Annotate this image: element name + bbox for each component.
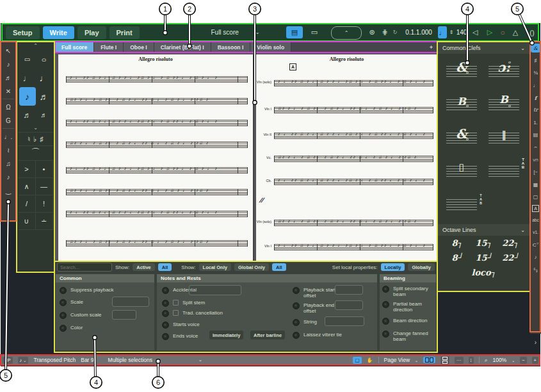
zoom-level[interactable]: 100% xyxy=(492,357,506,363)
toggle[interactable] xyxy=(60,287,67,294)
whole-note-button[interactable]: ○ xyxy=(36,53,52,67)
flat-button[interactable]: ♭ xyxy=(33,135,36,143)
sharp-button[interactable]: ♯ xyxy=(40,135,44,143)
delete-tool[interactable]: ✕ xyxy=(2,85,15,97)
lock-tool[interactable]: Ω xyxy=(2,101,15,113)
common-clefs-header[interactable]: Common Clefs ⌄ xyxy=(437,42,530,54)
sixteenth-note-button[interactable]: ♬ xyxy=(36,87,52,106)
toggle[interactable] xyxy=(382,301,389,308)
play-icon[interactable]: ▷ xyxy=(485,26,495,38)
mode-tab-print[interactable]: Print xyxy=(109,26,140,39)
scroll-down-icon[interactable]: ⌄ xyxy=(33,124,38,132)
toggle[interactable] xyxy=(382,331,389,338)
rhythm-dot-tool[interactable]: ♩. xyxy=(2,130,15,143)
grace-note-tool[interactable]: ♪ xyxy=(2,197,15,210)
collapse-toolbar-button[interactable]: ⌃ xyxy=(331,26,362,40)
show-active-chip[interactable]: Active xyxy=(133,263,155,271)
ottava-15ma-button[interactable]: 15┐ xyxy=(471,238,497,248)
lyrics-icon[interactable]: abc xyxy=(531,215,540,224)
zoom-in-button[interactable]: + xyxy=(532,357,538,364)
tempo-icon[interactable]: ♩ xyxy=(531,81,540,90)
vertical-spread-icon[interactable] xyxy=(440,356,449,364)
show-all-chip[interactable]: All xyxy=(158,263,172,271)
holds-icon[interactable]: ⌢ xyxy=(531,143,540,152)
staccato-tenuto-button[interactable]: ∸ xyxy=(36,213,53,230)
thirty-second-note-button[interactable]: ♬ xyxy=(19,106,36,124)
mode-tab-setup[interactable]: Setup xyxy=(6,26,40,39)
search-input[interactable] xyxy=(57,263,112,272)
playback-end-offset-input[interactable] xyxy=(335,300,363,310)
tab-bassoon-1[interactable]: Bassoon I xyxy=(211,42,251,53)
toggle[interactable] xyxy=(293,287,300,294)
tab-clarinet-1[interactable]: Clarinet (B Flat) I xyxy=(154,42,211,53)
eighth-note-button[interactable]: ♪ xyxy=(19,87,36,106)
unstress-button[interactable]: ∪ xyxy=(19,213,36,230)
toggle[interactable] xyxy=(60,299,67,306)
tuplet-tool[interactable]: ♫ xyxy=(2,157,15,170)
tab-oboe-1[interactable]: Oboe I xyxy=(124,42,154,53)
toggle[interactable] xyxy=(60,325,67,332)
ottava-8va-button[interactable]: 8┐ xyxy=(444,238,471,248)
clef-tool[interactable]: G xyxy=(2,114,15,127)
loop-small-icon[interactable]: ↻ xyxy=(391,26,400,38)
vertical-pages-icon[interactable]: ⁞ xyxy=(469,357,474,364)
ottava-22mb-button[interactable]: 22┘ xyxy=(497,253,524,263)
ottava-22ma-button[interactable]: 22┐ xyxy=(497,238,524,248)
toggle[interactable] xyxy=(162,322,169,329)
zoom-out-button[interactable]: − xyxy=(520,357,526,364)
tab-clef-button[interactable]: TAB xyxy=(483,155,525,188)
tenor-clef-button[interactable]: Bo xyxy=(483,88,525,122)
globally-chip[interactable]: Globally xyxy=(408,263,435,271)
quarter-note-button[interactable]: ♩ xyxy=(36,69,52,87)
score-page-left[interactable]: Allegro risoluto ♪ ♩ ♪♪ ♫ ♪ ♩ ♫ ♪ ♪ ♩ ♪♫… xyxy=(58,54,253,261)
treble-clef-8vb-button[interactable]: &o xyxy=(440,122,483,155)
keyboard-panel-icon[interactable]: ▤ xyxy=(286,26,303,38)
toggle[interactable] xyxy=(382,286,389,293)
after-barline-button[interactable]: After barline xyxy=(250,331,285,339)
toggle[interactable] xyxy=(293,302,300,309)
toggle[interactable] xyxy=(162,333,169,340)
scale-input[interactable] xyxy=(112,297,149,307)
mode-tab-write[interactable]: Write xyxy=(43,26,74,39)
local-only-chip[interactable]: Local Only xyxy=(199,263,231,271)
global-only-chip[interactable]: Global Only xyxy=(234,263,269,271)
metronome-icon[interactable]: △ xyxy=(510,26,521,38)
tenuto-button[interactable]: — xyxy=(36,178,53,195)
bars-icon[interactable]: ▤ xyxy=(531,131,540,140)
toggle[interactable] xyxy=(293,332,300,339)
zoom-icon[interactable]: ⌕ xyxy=(485,357,488,364)
score-canvas[interactable]: Allegro risoluto ♪ ♩ ♪♪ ♫ ♪ ♩ ♫ ♪ ♪ ♩ ♪♫… xyxy=(55,53,437,261)
toggle[interactable] xyxy=(162,300,169,307)
chord-symbols-icon[interactable]: C⁷ xyxy=(531,240,540,249)
horizontal-pages-icon[interactable]: ··· xyxy=(455,357,464,364)
tab-flute-1[interactable]: Flute I xyxy=(94,42,124,53)
tie-tool[interactable]: ‿ xyxy=(2,184,15,197)
tab-clef-small-button[interactable]: TAB xyxy=(440,188,483,222)
layout-selector[interactable]: Full score ⌄ xyxy=(189,26,282,38)
dynamics-icon[interactable]: f xyxy=(531,94,540,102)
ottava-8vb-button[interactable]: 8┘ xyxy=(444,253,471,263)
page-view-selector[interactable]: Page View xyxy=(384,357,410,363)
marcato-button[interactable]: ∧ xyxy=(19,178,36,195)
text-frames-icon[interactable]: A xyxy=(532,205,539,212)
key-signatures-icon[interactable]: ♯ xyxy=(531,56,540,65)
figured-bass-icon[interactable]: ⁶₃ xyxy=(531,265,540,274)
staccatissimo-button[interactable]: ! xyxy=(36,195,53,213)
time-signatures-icon[interactable]: ¾ xyxy=(531,69,540,78)
pitch-mode-label[interactable]: Transposed Pitch xyxy=(33,357,76,363)
mixer-icon[interactable]: ⋕ xyxy=(379,26,391,38)
accent-button[interactable]: > xyxy=(19,161,36,178)
octave-lines-header[interactable]: Octave Lines ⌄ xyxy=(437,224,530,236)
percussion-box-clef-button[interactable]: ▯ xyxy=(440,155,483,188)
soft-accent-button[interactable]: / xyxy=(19,195,36,213)
rhythmic-grid-selector[interactable]: ♪⌄ xyxy=(18,357,29,364)
ornaments-icon[interactable]: tr xyxy=(531,106,540,115)
playback-start-offset-input[interactable] xyxy=(335,285,363,295)
chevron-down-icon[interactable]: ⌄ xyxy=(198,357,202,363)
checkbox[interactable] xyxy=(173,310,179,316)
loco-button[interactable]: loco┐ xyxy=(444,268,524,277)
staccato-button[interactable]: • xyxy=(36,161,53,178)
alto-clef-button[interactable]: Bo xyxy=(440,88,483,122)
video-icon[interactable]: ▦ xyxy=(531,180,540,189)
frame-panel-icon[interactable]: ▭ xyxy=(307,26,322,38)
